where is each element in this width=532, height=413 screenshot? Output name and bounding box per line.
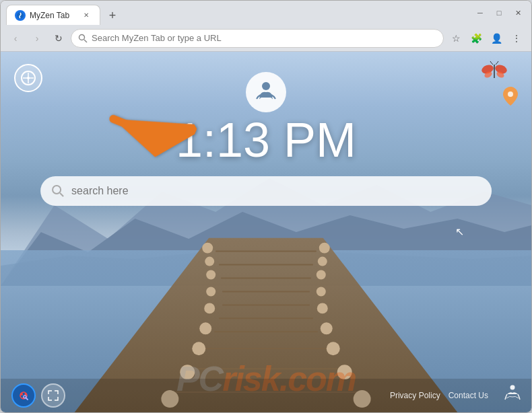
svg-point-55 — [510, 385, 515, 390]
svg-point-45 — [262, 82, 270, 90]
page-search-input[interactable] — [71, 185, 481, 197]
location-pin[interactable] — [503, 87, 518, 108]
bookmark-button[interactable]: ☆ — [446, 29, 465, 48]
page-search-icon — [51, 184, 65, 198]
svg-point-31 — [321, 322, 333, 334]
meditation-bottom-icon — [504, 385, 521, 406]
titlebar: MyZen Tab ✕ + ─ □ ✕ — [1, 1, 531, 25]
bottom-bar: Privacy Policy Contact Us — [1, 379, 531, 412]
bottom-left-icons — [11, 383, 65, 408]
svg-point-52 — [25, 393, 27, 396]
svg-line-47 — [60, 193, 63, 196]
svg-point-33 — [337, 365, 352, 379]
tab-favicon — [15, 10, 26, 21]
maximize-button[interactable]: □ — [491, 5, 507, 21]
navbar: ‹ › ↻ ☆ 🧩 👤 ⋮ — [1, 25, 531, 52]
svg-point-1 — [79, 34, 85, 40]
svg-point-46 — [53, 186, 61, 194]
svg-line-2 — [84, 40, 87, 42]
active-tab[interactable]: MyZen Tab ✕ — [6, 5, 100, 25]
antivirus-icon[interactable] — [11, 383, 36, 408]
svg-point-19 — [206, 270, 215, 280]
svg-point-28 — [317, 270, 326, 280]
svg-point-30 — [317, 303, 328, 313]
meditation-icon — [246, 72, 286, 112]
menu-button[interactable]: ⋮ — [507, 29, 526, 48]
extensions-button[interactable]: 🧩 — [467, 29, 486, 48]
address-bar[interactable] — [71, 29, 444, 48]
tab-close-button[interactable]: ✕ — [81, 10, 92, 21]
browser-window: MyZen Tab ✕ + ─ □ ✕ ‹ › ↻ ☆ 🧩 👤 ⋮ — [0, 0, 532, 413]
bottom-right-links: Privacy Policy Contact Us — [390, 385, 521, 406]
window-controls: ─ □ ✕ — [472, 5, 526, 21]
svg-point-26 — [319, 243, 330, 254]
refresh-button[interactable]: ↻ — [49, 29, 68, 48]
time-display: 1:13 PM — [176, 112, 356, 167]
svg-point-17 — [202, 243, 213, 254]
tab-area: MyZen Tab ✕ + — [6, 1, 122, 25]
svg-point-22 — [199, 322, 211, 334]
expand-icon[interactable] — [41, 383, 65, 408]
tab-title: MyZen Tab — [30, 11, 69, 20]
svg-point-24 — [180, 365, 195, 379]
profile-button[interactable]: 👤 — [487, 29, 506, 48]
compass-icon[interactable] — [14, 64, 42, 92]
svg-point-20 — [206, 287, 215, 296]
svg-point-51 — [20, 393, 23, 396]
back-button[interactable]: ‹ — [6, 29, 25, 48]
svg-point-23 — [192, 342, 205, 355]
privacy-policy-link[interactable]: Privacy Policy — [390, 391, 440, 400]
search-icon — [78, 34, 88, 43]
page-content: 1:13 PM ↖ PCrisk.com — [1, 52, 531, 412]
contact-us-link[interactable]: Contact Us — [448, 391, 488, 400]
svg-point-21 — [204, 303, 215, 313]
address-input[interactable] — [92, 33, 436, 43]
new-tab-button[interactable]: + — [103, 6, 122, 25]
svg-point-27 — [318, 257, 327, 266]
forward-button[interactable]: › — [28, 29, 46, 48]
page-search-bar[interactable] — [40, 176, 492, 206]
svg-point-38 — [27, 77, 30, 79]
svg-point-18 — [205, 257, 214, 266]
close-button[interactable]: ✕ — [510, 5, 526, 21]
svg-point-44 — [508, 91, 513, 97]
mascot-icon — [481, 61, 508, 86]
svg-point-29 — [317, 287, 326, 296]
nav-right-icons: ☆ 🧩 👤 ⋮ — [446, 29, 526, 48]
minimize-button[interactable]: ─ — [472, 5, 488, 21]
svg-point-32 — [327, 342, 340, 355]
